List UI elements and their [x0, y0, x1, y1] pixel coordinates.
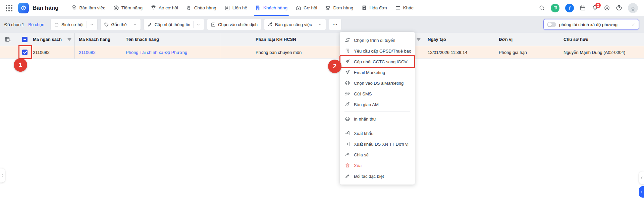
send-icon	[345, 70, 350, 75]
column-header-ma-ngan-sach[interactable]: Mã ngân sách	[33, 33, 62, 46]
nav-item-ban-lam-viec[interactable]: Bàn làm việc	[67, 0, 109, 16]
nav-item-don-hang[interactable]: Đơn hàng	[321, 0, 357, 16]
chon-vao-chien-dich-button[interactable]: Chọn vào chiến dịch	[207, 19, 261, 30]
search-mode-toggle[interactable]	[547, 22, 556, 27]
top-navigation-bar: Bán hàng Bàn làm việc Tiềm năng Ao cơ hộ…	[0, 0, 644, 16]
ban-giao-cong-viec-button[interactable]: Bàn giao công việc	[264, 19, 326, 30]
nav-label: Khách hàng	[263, 5, 287, 10]
scroll-icon	[345, 48, 350, 54]
nav-item-lien-he[interactable]: Liên hệ	[220, 0, 251, 16]
hand-icon	[186, 5, 192, 11]
chevron-down-icon[interactable]	[315, 21, 322, 28]
row-checkbox[interactable]	[22, 50, 28, 55]
menu-item-xoa[interactable]: Xóa	[340, 160, 415, 171]
column-header-ma-khach-hang[interactable]: Mã khách hàng	[79, 33, 110, 46]
cell-ma-khach-hang-link[interactable]: 2110682	[79, 46, 96, 59]
column-settings-icon[interactable]	[5, 36, 11, 44]
menu-item-label: In nhãn thư	[354, 117, 376, 122]
menu-item-label: Chia sẻ	[354, 152, 369, 157]
user-circle-icon	[113, 5, 119, 11]
notifications-bell-icon[interactable]: 2	[592, 5, 598, 11]
menu-item-chon-lo-trinh-di-tuyen[interactable]: Chọn lộ trình đi tuyến	[340, 35, 415, 46]
printer-icon	[345, 116, 350, 122]
chat-icon	[345, 91, 350, 96]
nav-item-co-hoi[interactable]: Cơ hội	[291, 0, 321, 16]
building-icon	[255, 5, 261, 11]
menu-item-cap-nhat-cctc-sang-igov[interactable]: Cập nhật CCTC sang iGOV	[340, 56, 415, 67]
help-icon[interactable]	[616, 5, 622, 11]
select-all-checkbox[interactable]	[22, 37, 28, 42]
menu-item-label: Bàn giao AM	[354, 102, 379, 107]
expand-right-panel-button[interactable]	[639, 171, 644, 184]
notification-count-badge: 2	[595, 3, 601, 8]
filter-icon[interactable]	[416, 37, 421, 43]
cell-ten-khach-hang-link[interactable]: Phòng Tài chính xã Độ Phương	[126, 46, 187, 59]
knowledge-app-icon[interactable]	[551, 4, 559, 12]
menu-item-doi-tac-dac-biet[interactable]: Đối tác đặc biệt	[340, 171, 415, 182]
settings-gear-icon[interactable]	[604, 5, 610, 11]
route-icon	[345, 38, 350, 43]
menu-item-in-nhan-thu[interactable]: In nhãn thư	[340, 114, 415, 124]
menu-item-gui-sms[interactable]: Gửi SMS	[340, 88, 415, 99]
user-avatar[interactable]	[628, 3, 638, 13]
cap-nhat-thong-tin-button[interactable]: Cập nhật thông tin	[144, 19, 204, 30]
menu-item-xuat-khau-ds-xn-tt-don-vi[interactable]: Xuất khẩu DS XN TT Đơn vị	[340, 139, 415, 149]
nav-item-chao-hang[interactable]: Chào hàng	[182, 0, 220, 16]
menu-item-xuat-khau[interactable]: Xuất khẩu	[340, 128, 415, 139]
check-square-icon	[211, 22, 216, 27]
invoice-icon	[361, 5, 367, 11]
gan-the-button[interactable]: Gắn thẻ	[100, 19, 141, 30]
table-row[interactable]: 2110682 2110682 Phòng Tài chính xã Độ Ph…	[0, 46, 644, 59]
more-actions-menu: Chọn lộ trình đi tuyến Yêu cầu cấp GPSD/…	[340, 32, 415, 185]
nav-item-hoa-don[interactable]: Hóa đơn	[357, 0, 391, 16]
column-header-ngay-tao[interactable]: Ngày tạo	[428, 33, 446, 46]
pencil-icon	[147, 22, 152, 27]
sinh-co-hoi-button[interactable]: Sinh cơ hội	[50, 19, 98, 30]
main-nav: Bàn làm việc Tiềm năng Ao cơ hội Chào hà…	[67, 0, 417, 16]
chevron-right-icon	[1, 173, 5, 177]
swirl-logo-icon	[20, 5, 27, 11]
chevron-down-icon[interactable]	[193, 21, 201, 28]
column-header-chu-so-huu[interactable]: Chủ sở hữu	[564, 33, 588, 46]
table-header-row: Mã ngân sách Mã khách hàng Tên khách hàn…	[0, 33, 644, 46]
search-icon[interactable]	[539, 5, 545, 11]
nav-item-ao-co-hoi[interactable]: Ao cơ hội	[147, 0, 182, 16]
nav-item-khach-hang[interactable]: Khách hàng	[251, 0, 291, 16]
cell-chu-so-huu: Nguyễn Mạnh Dũng (A02-0004)	[564, 46, 625, 59]
cell-ma-ngan-sach: 2110682	[33, 46, 50, 59]
app-grid-icon[interactable]	[5, 4, 13, 12]
column-header-don-vi[interactable]: Đơn vị	[499, 33, 513, 46]
wallet-icon	[296, 5, 301, 11]
cell-don-vi: Phòng gia hạn	[499, 46, 527, 59]
chevron-down-icon[interactable]	[130, 21, 137, 28]
column-header-phan-loai[interactable]: Phân loại KH HCSN	[256, 33, 296, 46]
facebook-icon[interactable]	[565, 4, 574, 12]
menu-item-yeu-cau-cap-gpsd-thue-bao[interactable]: Yêu cầu cấp GPSD/Thuê bao	[340, 46, 415, 56]
clear-search-icon[interactable]	[631, 22, 635, 27]
search-input[interactable]	[559, 22, 628, 27]
nav-label: Hóa đơn	[369, 5, 387, 10]
cell-phan-loai: Phòng ban chuyên môn	[256, 46, 302, 59]
chevron-down-icon[interactable]	[87, 21, 94, 28]
menu-item-ban-giao-am[interactable]: Bàn giao AM	[340, 99, 415, 110]
people-icon	[345, 102, 350, 107]
nav-item-khac[interactable]: Khác	[391, 0, 418, 16]
filter-icon[interactable]	[67, 37, 72, 43]
button-label: Sinh cơ hội	[61, 22, 84, 27]
menu-item-chia-se[interactable]: Chia sẻ	[340, 149, 415, 160]
column-divider	[74, 33, 75, 59]
expand-left-panel-button[interactable]	[0, 168, 5, 183]
nav-item-tiem-nang[interactable]: Tiềm năng	[109, 0, 147, 16]
menu-item-email-marketing[interactable]: Email Marketing	[340, 67, 415, 78]
nav-label: Chào hàng	[194, 5, 216, 10]
deselect-link[interactable]: Bỏ chọn	[28, 22, 44, 27]
menu-item-label: Đối tác đặc biệt	[354, 174, 384, 179]
column-header-ten-khach-hang[interactable]: Tên khách hàng	[126, 33, 159, 46]
more-actions-button[interactable]: ⋯	[329, 19, 341, 30]
open-side-widget-button[interactable]	[639, 186, 644, 198]
menu-item-chon-vao-ds-aimarketing[interactable]: Chọn vào DS aiMarketing	[340, 78, 415, 88]
share-icon	[345, 152, 350, 157]
app-logo[interactable]	[18, 3, 29, 13]
cart-icon	[325, 5, 331, 11]
calendar-icon[interactable]	[580, 5, 586, 11]
